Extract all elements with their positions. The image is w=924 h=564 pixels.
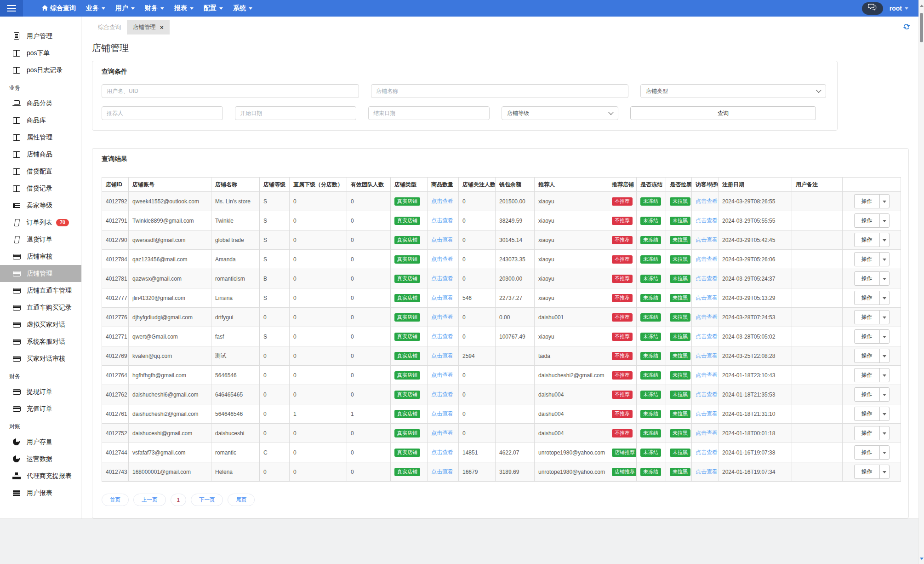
visitor-view-link[interactable]: 点击查看: [696, 275, 718, 282]
sidebar-item-withdraw-orders[interactable]: 提现订单: [0, 383, 81, 400]
username-uid-input[interactable]: [102, 84, 359, 98]
tab-close-icon[interactable]: ×: [160, 24, 164, 30]
action-dropdown-toggle[interactable]: [879, 233, 890, 247]
goods-view-link[interactable]: 点击查看: [431, 391, 453, 397]
pagination-page-1[interactable]: 1: [171, 494, 186, 506]
action-dropdown-toggle[interactable]: [879, 310, 890, 324]
visitor-view-link[interactable]: 点击查看: [696, 352, 718, 359]
sidebar-item-attribute-management[interactable]: 属性管理: [0, 129, 81, 146]
sidebar-item-return-orders[interactable]: 退货订单: [0, 231, 81, 248]
action-dropdown-toggle[interactable]: [879, 213, 890, 228]
action-button[interactable]: 操作: [854, 271, 880, 286]
sidebar-item-seller-level[interactable]: 卖家等级: [0, 197, 81, 214]
nav-item-business[interactable]: 业务: [81, 0, 110, 17]
shop-type-select[interactable]: 店铺类型: [640, 84, 826, 98]
action-button[interactable]: 操作: [854, 252, 880, 266]
goods-view-link[interactable]: 点击查看: [431, 333, 453, 340]
action-dropdown-toggle[interactable]: [879, 194, 890, 208]
action-dropdown-toggle[interactable]: [879, 291, 890, 305]
visitor-view-link[interactable]: 点击查看: [696, 391, 718, 397]
action-button[interactable]: 操作: [854, 194, 880, 208]
action-dropdown-toggle[interactable]: [879, 271, 890, 286]
sidebar-item-buyer-chat-review[interactable]: 买家对话审核: [0, 350, 81, 367]
scroll-up-icon[interactable]: [920, 3, 924, 7]
shop-name-input[interactable]: [371, 84, 628, 98]
sidebar-item-shop-review[interactable]: 店铺审核: [0, 248, 81, 265]
action-button[interactable]: 操作: [854, 368, 880, 382]
goods-view-link[interactable]: 点击查看: [431, 236, 453, 243]
pagination-last[interactable]: 尾页: [228, 494, 255, 506]
goods-view-link[interactable]: 点击查看: [431, 430, 453, 436]
nav-item-overview[interactable]: 综合查询: [37, 0, 81, 17]
pagination-prev[interactable]: 上一页: [133, 494, 166, 506]
visitor-view-link[interactable]: 点击查看: [696, 449, 718, 455]
visitor-view-link[interactable]: 点击查看: [696, 410, 718, 417]
action-dropdown-toggle[interactable]: [879, 426, 890, 440]
goods-view-link[interactable]: 点击查看: [431, 275, 453, 282]
action-dropdown-toggle[interactable]: [879, 387, 890, 402]
visitor-view-link[interactable]: 点击查看: [696, 314, 718, 320]
visitor-view-link[interactable]: 点击查看: [696, 217, 718, 224]
pagination-first[interactable]: 首页: [102, 494, 129, 506]
goods-view-link[interactable]: 点击查看: [431, 294, 453, 301]
user-menu[interactable]: root: [890, 5, 908, 12]
action-dropdown-toggle[interactable]: [879, 445, 890, 460]
action-button[interactable]: 操作: [854, 329, 880, 344]
scroll-down-icon[interactable]: [920, 558, 924, 562]
action-button[interactable]: 操作: [854, 426, 880, 440]
goods-view-link[interactable]: 点击查看: [431, 352, 453, 359]
goods-view-link[interactable]: 点击查看: [431, 449, 453, 455]
goods-view-link[interactable]: 点击查看: [431, 256, 453, 262]
nav-item-system[interactable]: 系统: [228, 0, 257, 17]
sidebar-item-shop-management[interactable]: 店铺管理: [0, 265, 81, 282]
start-date-input[interactable]: [235, 106, 356, 120]
sidebar-item-user-stock[interactable]: 用户存量: [0, 433, 81, 450]
sidebar-item-system-service-chat[interactable]: 系统客服对话: [0, 333, 81, 350]
action-button[interactable]: 操作: [854, 387, 880, 402]
action-button[interactable]: 操作: [854, 465, 880, 479]
action-button[interactable]: 操作: [854, 407, 880, 421]
visitor-view-link[interactable]: 点击查看: [696, 468, 718, 475]
action-dropdown-toggle[interactable]: [879, 368, 890, 382]
sidebar-item-goods-library[interactable]: 商品库: [0, 112, 81, 129]
action-dropdown-toggle[interactable]: [879, 465, 890, 479]
chat-button[interactable]: [862, 2, 883, 15]
visitor-view-link[interactable]: 点击查看: [696, 236, 718, 243]
action-button[interactable]: 操作: [854, 445, 880, 460]
goods-view-link[interactable]: 点击查看: [431, 217, 453, 224]
referrer-input[interactable]: [102, 106, 223, 120]
sidebar-item-agent-recharge-report[interactable]: 代理商充提报表: [0, 467, 81, 484]
action-button[interactable]: 操作: [854, 291, 880, 305]
scrollbar[interactable]: [918, 0, 924, 564]
action-button[interactable]: 操作: [854, 349, 880, 363]
sidebar-item-user-report[interactable]: 用户报表: [0, 484, 81, 501]
visitor-view-link[interactable]: 点击查看: [696, 333, 718, 340]
pagination-next[interactable]: 下一页: [191, 494, 223, 506]
shop-level-select[interactable]: 店铺等级: [502, 106, 618, 120]
action-button[interactable]: 操作: [854, 310, 880, 324]
action-dropdown-toggle[interactable]: [879, 407, 890, 421]
action-dropdown-toggle[interactable]: [879, 329, 890, 344]
nav-item-finance[interactable]: 财务: [140, 0, 169, 17]
action-button[interactable]: 操作: [854, 233, 880, 247]
goods-view-link[interactable]: 点击查看: [431, 468, 453, 475]
nav-item-user[interactable]: 用户: [110, 0, 140, 17]
sidebar-item-loan-config[interactable]: 借贷配置: [0, 163, 81, 180]
tab-shop-management[interactable]: 店铺管理×: [127, 20, 170, 35]
visitor-view-link[interactable]: 点击查看: [696, 256, 718, 262]
sidebar-item-through-train-purchases[interactable]: 直通车购买记录: [0, 299, 81, 316]
tab-overview[interactable]: 综合查询: [92, 20, 127, 35]
nav-item-report[interactable]: 报表: [169, 0, 199, 17]
sidebar-item-recharge-orders[interactable]: 充值订单: [0, 400, 81, 417]
hamburger-menu-icon[interactable]: [0, 0, 23, 17]
sidebar-item-shop-through-train[interactable]: 店铺直通车管理: [0, 282, 81, 299]
nav-item-config[interactable]: 配置: [199, 0, 228, 17]
goods-view-link[interactable]: 点击查看: [431, 372, 453, 378]
action-dropdown-toggle[interactable]: [879, 252, 890, 266]
sidebar-item-pos-log[interactable]: pos日志记录: [0, 62, 81, 79]
sidebar-item-user-management[interactable]: 用户管理: [0, 28, 81, 45]
goods-view-link[interactable]: 点击查看: [431, 410, 453, 417]
end-date-input[interactable]: [368, 106, 490, 120]
refresh-button[interactable]: [903, 23, 910, 32]
scrollbar-thumb[interactable]: [920, 13, 923, 42]
